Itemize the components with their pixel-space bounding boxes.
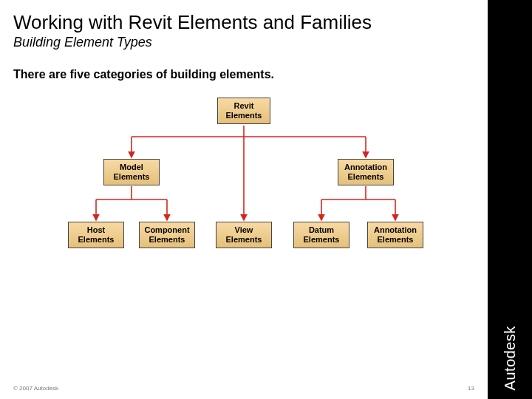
slide: Autodesk Working with Revit Elements and… xyxy=(0,0,532,399)
node-annotation-elements-mid: Annotation Elements xyxy=(338,159,394,185)
node-annotation-elements-leaf: Annotation Elements xyxy=(367,222,423,248)
node-root: Revit Elements xyxy=(217,98,270,124)
slide-subtitle: Building Element Types xyxy=(13,35,474,50)
slide-content: Working with Revit Elements and Families… xyxy=(0,0,488,399)
node-model-elements: Model Elements xyxy=(103,159,160,185)
node-datum-elements: Datum Elements xyxy=(293,222,349,248)
copyright-text: © 2007 Autodesk xyxy=(13,385,58,392)
node-component-elements: Component Elements xyxy=(139,222,195,248)
autodesk-logo: Autodesk xyxy=(502,326,519,390)
slide-description: There are five categories of building el… xyxy=(13,68,474,81)
page-number: 13 xyxy=(468,385,474,392)
hierarchy-diagram: Revit Elements Model Elements Annotation… xyxy=(66,96,421,266)
node-host-elements: Host Elements xyxy=(68,222,124,248)
slide-footer: © 2007 Autodesk 13 xyxy=(13,385,474,392)
node-view-elements: View Elements xyxy=(216,222,272,248)
brand-sidebar: Autodesk xyxy=(488,0,532,399)
slide-title: Working with Revit Elements and Families xyxy=(13,12,474,33)
